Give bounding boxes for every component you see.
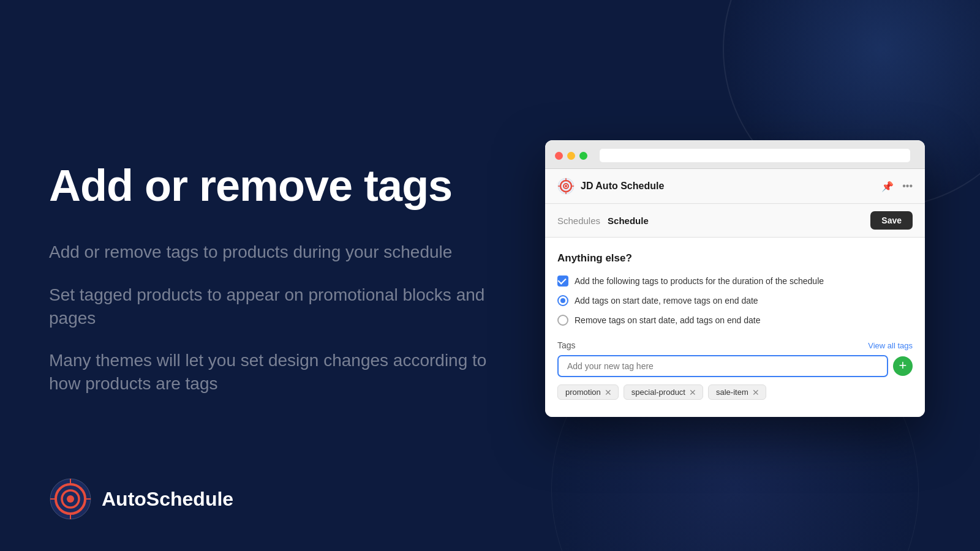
tag-remove-promotion[interactable]: ✕ [605,388,612,397]
view-all-tags-link[interactable]: View all tags [868,341,913,350]
minimize-button[interactable] [567,152,575,160]
svg-point-11 [67,495,74,503]
option-row-1: Add the following tags to products for t… [557,276,913,287]
logo-area: AutoSchedule [49,478,233,520]
url-bar [600,149,910,162]
app-content: Anything else? Add the following tags to… [545,238,925,417]
feature-item-3: Many themes will let you set design chan… [49,349,502,395]
feature-list: Add or remove tags to products during yo… [49,241,502,395]
close-button[interactable] [555,152,563,160]
option-row-2: Add tags on start date, remove tags on e… [557,295,913,306]
app-name: JD Auto Schedule [581,181,664,192]
window-titlebar [545,140,925,169]
tag-remove-sale-item[interactable]: ✕ [752,388,760,397]
option-row-3: Remove tags on start date, add tags on e… [557,315,913,326]
app-header-left: JD Auto Schedule [557,178,664,195]
section-title: Anything else? [557,252,913,264]
logo-icon [49,478,92,520]
app-logo-icon [557,178,575,195]
left-panel: Add or remove tags Add or remove tags to… [49,162,539,395]
nav-bar: Schedules Schedule Save [545,204,925,238]
more-options-icon[interactable]: ••• [902,181,913,192]
feature-item-1: Add or remove tags to products during yo… [49,241,502,264]
tag-remove-special-product[interactable]: ✕ [689,388,696,397]
breadcrumb-parent[interactable]: Schedules [557,216,600,226]
tag-chip-sale-item: sale-item ✕ [708,384,766,400]
traffic-lights [555,152,587,160]
tags-list: promotion ✕ special-product ✕ sale-item … [557,384,913,400]
tag-chip-label: special-product [631,388,685,397]
radio-3[interactable] [557,315,568,326]
tags-header: Tags View all tags [557,340,913,350]
option-label-1: Add the following tags to products for t… [575,276,824,286]
checkbox-1[interactable] [557,276,568,287]
logo-text: AutoSchedule [102,488,233,511]
tag-chip-special-product: special-product ✕ [624,384,703,400]
radio-2[interactable] [557,295,568,306]
tag-input[interactable] [557,355,888,377]
feature-item-2: Set tagged products to appear on promoti… [49,283,502,330]
option-label-3: Remove tags on start date, add tags on e… [575,315,761,325]
app-header-right: 📌 ••• [881,181,913,192]
breadcrumb-current: Schedule [608,216,649,226]
pin-icon[interactable]: 📌 [881,181,894,192]
tag-chip-promotion: promotion ✕ [557,384,619,400]
svg-point-3 [565,185,567,187]
tag-chip-label: promotion [565,388,601,397]
tag-input-row [557,355,913,377]
tag-chip-label: sale-item [716,388,748,397]
tags-label: Tags [557,340,576,350]
app-window: JD Auto Schedule 📌 ••• Schedules Schedul… [545,140,925,417]
maximize-button[interactable] [579,152,587,160]
app-header: JD Auto Schedule 📌 ••• [545,169,925,204]
right-panel: JD Auto Schedule 📌 ••• Schedules Schedul… [539,140,931,417]
save-button[interactable]: Save [870,211,913,230]
add-tag-button[interactable] [893,356,913,376]
option-label-2: Add tags on start date, remove tags on e… [575,296,758,305]
breadcrumb: Schedules Schedule [557,216,649,226]
options-list: Add the following tags to products for t… [557,276,913,326]
main-title: Add or remove tags [49,162,502,210]
